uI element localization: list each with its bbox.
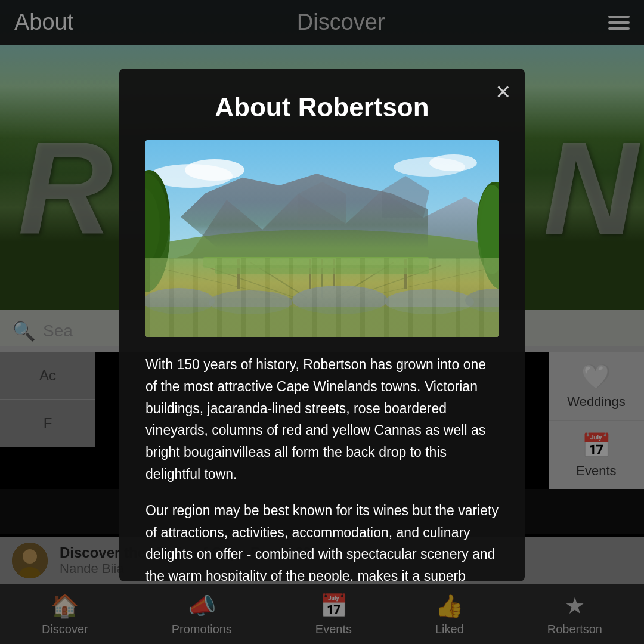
svg-line-20	[322, 265, 441, 307]
svg-point-31	[209, 290, 292, 314]
svg-rect-28	[215, 265, 429, 274]
svg-point-32	[292, 286, 388, 314]
svg-rect-35	[145, 307, 499, 337]
modal-body: With 150 years of history, Robertson has…	[145, 354, 499, 581]
svg-line-19	[203, 265, 322, 307]
svg-point-11	[145, 230, 499, 301]
modal-paragraph-2: Our region may be best known for its win…	[145, 500, 499, 581]
svg-line-17	[250, 262, 322, 307]
svg-point-30	[145, 288, 215, 314]
svg-line-21	[161, 268, 322, 307]
svg-marker-9	[298, 182, 346, 224]
svg-rect-26	[404, 259, 407, 289]
svg-point-7	[429, 154, 477, 171]
svg-rect-15	[145, 259, 499, 307]
modal-paragraph-1: With 150 years of history, Robertson has…	[145, 354, 499, 485]
modal-overlay: × About Robertson	[0, 0, 644, 644]
svg-rect-25	[333, 259, 335, 289]
svg-point-33	[385, 289, 474, 314]
svg-rect-23	[237, 259, 240, 289]
modal-landscape-image	[145, 140, 499, 337]
svg-rect-24	[309, 259, 311, 289]
svg-rect-27	[203, 257, 429, 268]
svg-line-18	[322, 262, 394, 307]
svg-point-5	[185, 159, 244, 181]
about-modal: × About Robertson	[119, 69, 525, 581]
svg-line-22	[322, 268, 489, 307]
modal-title: About Robertson	[145, 92, 499, 122]
svg-rect-29	[145, 298, 499, 337]
svg-point-34	[465, 289, 499, 312]
modal-close-button[interactable]: ×	[496, 79, 510, 104]
